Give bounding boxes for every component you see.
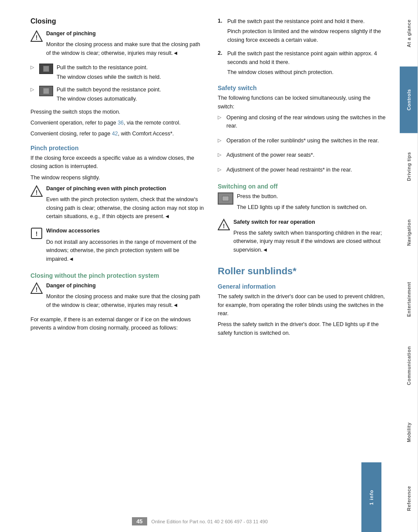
closing-no-pinch-para: For example, if there is an external dan… xyxy=(30,316,205,333)
safety-items-list: ▷ Opening and closing of the rear window… xyxy=(218,114,387,177)
safety-switch-title: Safety switch xyxy=(218,84,387,91)
sidebar-item-entertainment[interactable]: Entertainment xyxy=(400,266,418,333)
warning-content-3: Window accessories Do not install any ac… xyxy=(46,227,205,266)
safety-arrow-1: ▷ xyxy=(218,114,224,120)
sidebar-item-navigation[interactable]: Navigation xyxy=(400,199,418,266)
step-1-content: Pull the switch to the resistance point.… xyxy=(57,64,161,82)
step-arrow-2: ▷ xyxy=(30,87,37,92)
info-badge: 1 info xyxy=(361,462,381,532)
warning-box-2: ! Danger of pinching even with pinch pro… xyxy=(30,185,205,224)
sidebar-item-at-a-glance[interactable]: At a glance xyxy=(400,0,418,67)
switch-button-step: Press the button. The LED lights up if t… xyxy=(218,192,387,215)
safety-arrow-4: ▷ xyxy=(218,167,224,172)
sidebar-item-mobility[interactable]: Mobility xyxy=(400,399,418,466)
numbered-steps: 1. Pull the switch past the resistance p… xyxy=(218,17,387,78)
warning-box-5: ! Safety switch for rear operation Press… xyxy=(218,218,387,257)
safety-item-4: ▷ Adjustment of the power head restraint… xyxy=(218,166,387,177)
page-title: Closing xyxy=(30,17,205,25)
remote-control-para: Convenient operation, refer to page 36, … xyxy=(30,119,205,127)
warning-icon-2: ! xyxy=(30,185,43,197)
safety-item-3: ▷ Adjustment of the power rear seats*. xyxy=(218,151,387,162)
motion-stop-para: Pressing the switch stops the motion. xyxy=(30,108,205,116)
page-container: Closing ! Danger of pinching Monitor the… xyxy=(0,0,418,532)
numbered-step-1: 1. Pull the switch past the resistance p… xyxy=(218,17,387,46)
safety-item-1: ▷ Opening and closing of the rear window… xyxy=(218,114,387,133)
general-para-1: The safety switch in the driver's door c… xyxy=(218,293,387,318)
switch-icon-1 xyxy=(39,64,53,74)
safety-item-2: ▷ Operation of the roller sunblinds* usi… xyxy=(218,137,387,148)
pinch-para-1: If the closing force exceeds a specific … xyxy=(30,154,205,171)
sidebar-item-reference[interactable]: Reference xyxy=(400,465,418,532)
page-number: 45 xyxy=(132,517,147,525)
general-para-2: Press the safety switch in the driver's … xyxy=(218,320,387,337)
sidebar-item-controls[interactable]: Controls xyxy=(400,67,418,133)
right-column: 1. Pull the switch past the resistance p… xyxy=(218,17,387,340)
switching-title: Switching on and off xyxy=(218,183,387,190)
svg-text:!: ! xyxy=(223,222,225,229)
svg-text:!: ! xyxy=(36,286,38,293)
step-2: ▷ Pull the switch beyond the resistance … xyxy=(30,86,205,104)
safety-switch-icon xyxy=(218,192,233,205)
warning-content-5: Safety switch for rear operation Press t… xyxy=(233,218,387,257)
warning-content-4: Danger of pinching Monitor the closing p… xyxy=(46,282,205,312)
step-2-num-content: Pull the switch past the resistance poin… xyxy=(227,50,387,78)
warning-box-4: ! Danger of pinching Monitor the closing… xyxy=(30,282,205,312)
sidebar: At a glance Controls Driving tips Naviga… xyxy=(400,0,418,532)
step-2-content: Pull the switch beyond the resistance po… xyxy=(57,86,161,104)
svg-text:!: ! xyxy=(36,189,38,196)
roller-sunblinds-title: Roller sunblinds* xyxy=(218,266,387,277)
pinch-para-2: The window reopens slightly. xyxy=(30,174,205,182)
page-footer: 45 Online Edition for Part no. 01 40 2 6… xyxy=(0,517,400,525)
warning-icon-3: ! xyxy=(30,227,43,239)
switch-icon-2 xyxy=(39,86,53,96)
comfort-access-para: Convenient closing, refer to page 42, wi… xyxy=(30,130,205,138)
closing-no-pinch-title: Closing without the pinch protection sys… xyxy=(30,272,205,279)
page-42-link[interactable]: 42 xyxy=(112,131,118,137)
step-1: ▷ Pull the switch to the resistance poin… xyxy=(30,64,205,82)
left-column: Closing ! Danger of pinching Monitor the… xyxy=(30,17,205,340)
safety-arrow-2: ▷ xyxy=(218,138,224,143)
sidebar-item-communication[interactable]: Communication xyxy=(400,333,418,399)
warning-icon-4: ! xyxy=(30,282,43,294)
numbered-step-2: 2. Pull the switch past the resistance p… xyxy=(218,50,387,78)
safety-arrow-3: ▷ xyxy=(218,152,224,158)
svg-text:!: ! xyxy=(36,34,38,41)
step-1-num-content: Pull the switch past the resistance poin… xyxy=(227,17,387,46)
warning-icon-5: ! xyxy=(218,219,230,231)
general-info-title: General information xyxy=(218,283,387,290)
switching-content: Press the button. The LED lights up if t… xyxy=(237,192,367,215)
page-36-link[interactable]: 36 xyxy=(118,120,124,126)
svg-text:!: ! xyxy=(36,230,38,237)
step-arrow-1: ▷ xyxy=(30,64,37,70)
sidebar-item-driving-tips[interactable]: Driving tips xyxy=(400,133,418,200)
footer-text: Online Edition for Part no. 01 40 2 606 … xyxy=(152,519,268,524)
pinch-protection-title: Pinch protection xyxy=(30,145,205,152)
warning-box-1: ! Danger of pinching Monitor the closing… xyxy=(30,30,205,60)
warning-content-2: Danger of pinching even with pinch prote… xyxy=(46,185,205,224)
warning-box-3: ! Window accessories Do not install any … xyxy=(30,227,205,266)
main-content: Closing ! Danger of pinching Monitor the… xyxy=(0,0,400,532)
warning-icon-1: ! xyxy=(30,30,43,42)
warning-content-1: Danger of pinching Monitor the closing p… xyxy=(46,30,205,60)
safety-switch-para: The following functions can be locked si… xyxy=(218,94,387,111)
